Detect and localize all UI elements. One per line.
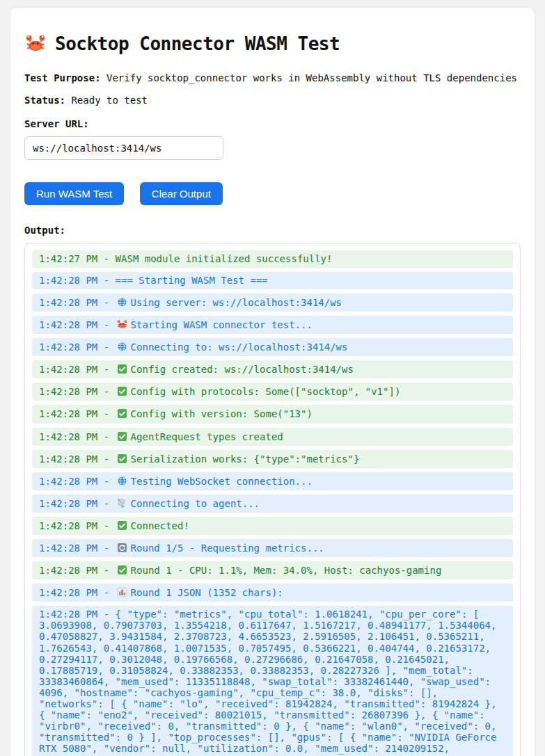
log-separator: - bbox=[97, 319, 115, 330]
server-url-label: Server URL: bbox=[24, 118, 521, 129]
refresh-icon bbox=[116, 542, 128, 554]
log-timestamp: 1:42:28 PM bbox=[39, 609, 97, 620]
check-icon bbox=[116, 408, 128, 419]
log-separator: - bbox=[97, 498, 115, 509]
log-text: Serialization works: {"type":"metrics"} bbox=[131, 453, 360, 465]
log-separator: - bbox=[97, 565, 115, 576]
log-timestamp: 1:42:28 PM bbox=[39, 408, 97, 419]
clear-output-button[interactable]: Clear Output bbox=[140, 182, 223, 205]
log-separator: - bbox=[97, 453, 115, 465]
log-line: 1:42:28 PM - Serialization works: {"type… bbox=[32, 450, 513, 468]
run-wasm-test-button[interactable]: Run WASM Test bbox=[24, 182, 124, 205]
log-line: 1:42:28 PM - Config created: ws://localh… bbox=[32, 360, 513, 378]
log-separator: - bbox=[97, 408, 115, 419]
log-timestamp: 1:42:28 PM bbox=[39, 275, 97, 286]
log-text: Using server: ws://localhost:3414/ws bbox=[131, 297, 342, 308]
server-url-input[interactable] bbox=[24, 136, 223, 160]
log-line: 1:42:28 PM - { "type": "metrics", "cpu_t… bbox=[32, 606, 513, 756]
log-timestamp: 1:42:28 PM bbox=[39, 520, 97, 531]
log-timestamp: 1:42:28 PM bbox=[39, 498, 97, 509]
log-line: 1:42:28 PM - === Starting WASM Test === bbox=[32, 272, 513, 289]
log-line: 1:42:28 PM - Connecting to agent... bbox=[32, 494, 513, 513]
log-text: WASM module initialized successfully! bbox=[116, 253, 333, 264]
globe-icon bbox=[116, 341, 128, 353]
log-text: Config with protocols: Some(["socktop", … bbox=[131, 386, 401, 397]
log-timestamp: 1:42:28 PM bbox=[39, 341, 97, 353]
log-text: Starting WASM connector test... bbox=[131, 319, 313, 330]
log-line: 1:42:27 PM - WASM module initialized suc… bbox=[32, 250, 513, 268]
log-timestamp: 1:42:28 PM bbox=[39, 565, 97, 576]
log-text: Connected! bbox=[131, 520, 189, 531]
check-icon bbox=[116, 431, 128, 442]
log-separator: - bbox=[97, 609, 115, 620]
log-text: AgentRequest types created bbox=[131, 431, 283, 442]
log-line: 1:42:28 PM - AgentRequest types created bbox=[32, 428, 513, 446]
status-label: Status: bbox=[24, 95, 65, 106]
status-line: Status: Ready to test bbox=[24, 94, 521, 107]
log-line: 1:42:28 PM - Config with protocols: Some… bbox=[32, 383, 513, 401]
log-text: Testing WebSocket connection... bbox=[131, 476, 313, 487]
log-line: 1:42:28 PM - Starting WASM connector tes… bbox=[32, 316, 513, 334]
log-line: 1:42:28 PM - Using server: ws://localhos… bbox=[32, 293, 513, 312]
log-line: 1:42:28 PM - Round 1 JSON (1352 chars): bbox=[32, 584, 513, 602]
log-text: Round 1 - CPU: 1.1%, Mem: 34.0%, Host: c… bbox=[131, 565, 442, 576]
test-purpose-text: Verify socktop_connector works in WebAss… bbox=[101, 72, 517, 83]
log-timestamp: 1:42:28 PM bbox=[39, 453, 97, 465]
log-separator: - bbox=[97, 275, 115, 286]
log-text: Connecting to agent... bbox=[131, 498, 260, 509]
chart-icon bbox=[116, 586, 128, 598]
check-icon bbox=[116, 520, 128, 531]
log-timestamp: 1:42:28 PM bbox=[39, 319, 97, 330]
button-row: Run WASM Test Clear Output bbox=[24, 182, 521, 205]
log-line: 1:42:28 PM - Connecting to: ws://localho… bbox=[32, 338, 513, 356]
check-icon bbox=[116, 453, 128, 465]
output-label: Output: bbox=[24, 225, 521, 236]
log-timestamp: 1:42:27 PM bbox=[39, 253, 97, 264]
page-title: Socktop Connector WASM Test bbox=[24, 33, 521, 55]
log-line: 1:42:28 PM - Round 1 - CPU: 1.1%, Mem: 3… bbox=[32, 561, 513, 579]
log-timestamp: 1:42:28 PM bbox=[39, 386, 97, 397]
log-text: Round 1 JSON (1352 chars): bbox=[131, 587, 283, 598]
log-separator: - bbox=[97, 431, 115, 442]
check-icon bbox=[116, 385, 128, 397]
crab-icon bbox=[116, 319, 128, 330]
globe-icon bbox=[116, 296, 128, 308]
log-separator: - bbox=[97, 364, 115, 375]
globe-icon bbox=[116, 475, 128, 487]
log-text: === Starting WASM Test === bbox=[116, 275, 268, 286]
log-timestamp: 1:42:28 PM bbox=[39, 587, 97, 598]
log-text: Round 1/5 - Requesting metrics... bbox=[131, 542, 324, 554]
log-timestamp: 1:42:28 PM bbox=[39, 297, 97, 308]
log-text: Connecting to: ws://localhost:3414/ws bbox=[131, 341, 348, 353]
page-title-text: Socktop Connector WASM Test bbox=[55, 33, 340, 54]
check-icon bbox=[116, 564, 128, 576]
test-purpose-line: Test Purpose: Verify socktop_connector w… bbox=[24, 72, 521, 85]
crab-icon bbox=[24, 33, 47, 55]
log-separator: - bbox=[97, 253, 115, 264]
main-card: Socktop Connector WASM Test Test Purpose… bbox=[10, 7, 535, 756]
log-text: Config with version: Some("13") bbox=[131, 408, 313, 419]
test-purpose-label: Test Purpose: bbox=[24, 72, 101, 83]
log-text: Config created: ws://localhost:3414/ws bbox=[131, 364, 354, 375]
status-text: Ready to test bbox=[65, 95, 148, 106]
log-line: 1:42:28 PM - Config with version: Some("… bbox=[32, 405, 513, 423]
check-icon bbox=[116, 363, 128, 375]
log-separator: - bbox=[97, 542, 115, 554]
log-line: 1:42:28 PM - Testing WebSocket connectio… bbox=[32, 472, 513, 490]
log-line: 1:42:28 PM - Round 1/5 - Requesting metr… bbox=[32, 539, 513, 557]
log-separator: - bbox=[97, 520, 115, 531]
log-text: { "type": "metrics", "cpu_total": 1.0618… bbox=[39, 609, 503, 756]
log-separator: - bbox=[97, 587, 115, 598]
log-line: 1:42:28 PM - Connected! bbox=[32, 517, 513, 535]
log-separator: - bbox=[97, 386, 115, 397]
log-separator: - bbox=[97, 297, 115, 308]
log-timestamp: 1:42:28 PM bbox=[39, 364, 97, 375]
satellite-icon bbox=[116, 497, 128, 509]
log-timestamp: 1:42:28 PM bbox=[39, 431, 97, 442]
log-separator: - bbox=[97, 476, 115, 487]
log-separator: - bbox=[97, 341, 115, 353]
output-log: 1:42:27 PM - WASM module initialized suc… bbox=[24, 243, 521, 756]
log-timestamp: 1:42:28 PM bbox=[39, 476, 97, 487]
log-timestamp: 1:42:28 PM bbox=[39, 542, 97, 554]
